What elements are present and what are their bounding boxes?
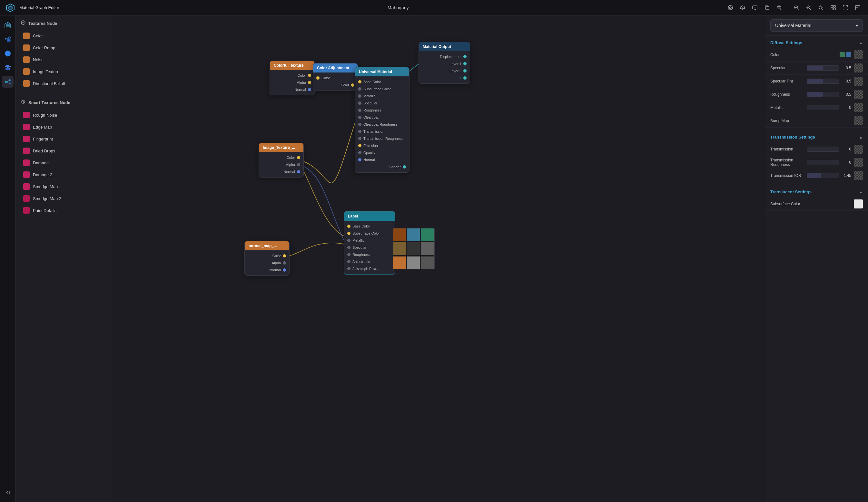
cloud-upload-icon[interactable] xyxy=(737,2,748,13)
ln-roughness-socket[interactable] xyxy=(347,253,351,256)
um-metallic-socket[interactable] xyxy=(358,94,361,98)
normal-map-node[interactable]: normal_map_... Color Alpha Normal xyxy=(245,241,290,276)
metallic-checker[interactable] xyxy=(854,103,863,112)
svg-rect-27 xyxy=(834,6,835,8)
smart-item-smudge[interactable]: Smudge Map xyxy=(18,181,109,192)
ca-color-in-socket[interactable] xyxy=(316,76,320,80)
um-roughness-socket[interactable] xyxy=(358,108,361,112)
metallic-slider[interactable] xyxy=(807,105,839,110)
fullscreen-icon[interactable] xyxy=(840,2,850,13)
smart-item-damage2[interactable]: Damage 2 xyxy=(18,169,109,180)
um-basecolor-socket[interactable] xyxy=(358,80,361,83)
diffuse-section-header[interactable]: Diffuse Settings ▲ xyxy=(765,36,868,48)
um-emission-socket[interactable] xyxy=(358,144,361,147)
subsurface-color-swatch[interactable] xyxy=(854,199,863,208)
ct-color-socket[interactable] xyxy=(308,74,311,77)
nm-normal-socket[interactable] xyxy=(283,269,286,272)
layer2-socket[interactable] xyxy=(463,69,467,73)
colorful-texture-node[interactable]: Colorful_texture Color Alpha Normal xyxy=(270,61,315,95)
smart-item-fingerprint[interactable]: Fingerprint xyxy=(18,133,109,145)
smart-item-rough-noise[interactable]: Rough Noise xyxy=(18,109,109,121)
canvas-area[interactable]: Material Output Displacement Layer 1 Lay… xyxy=(112,15,765,502)
specular-tint-slider[interactable] xyxy=(807,79,839,84)
ln-aniso-rot-socket[interactable] xyxy=(347,267,351,270)
ln-specular-in: Specular xyxy=(344,244,395,251)
um-clearcoat-rough-socket[interactable] xyxy=(358,123,361,126)
zoom-in-icon[interactable] xyxy=(791,2,802,13)
transmission-slider[interactable] xyxy=(807,147,839,152)
material-dropdown[interactable]: Universal Material ▾ xyxy=(770,19,863,32)
rail-icon-home[interactable] xyxy=(2,19,13,31)
smart-item-dried-drops[interactable]: Dried Drops xyxy=(18,145,109,157)
specular-slider[interactable] xyxy=(807,65,839,71)
it-normal-socket[interactable] xyxy=(297,170,300,173)
transmission-checker[interactable] xyxy=(854,145,863,154)
panel-icon[interactable] xyxy=(852,2,863,13)
ln-subsurface-socket[interactable] xyxy=(347,232,351,235)
it-alpha-socket[interactable] xyxy=(297,163,300,166)
ct-alpha-socket[interactable] xyxy=(308,81,311,84)
layer1-socket[interactable] xyxy=(463,62,467,65)
texture-item-falloff[interactable]: Directional Falloff xyxy=(18,78,109,89)
nm-color-socket[interactable] xyxy=(283,254,286,258)
rail-icon-collapse[interactable] xyxy=(2,487,13,498)
roughness-slider[interactable] xyxy=(807,92,839,97)
specular-checker[interactable] xyxy=(854,63,863,73)
smart-title: Smart Textures Node xyxy=(28,100,70,105)
trans-rough-checker[interactable] xyxy=(854,158,863,167)
rail-icon-wave[interactable] xyxy=(2,33,13,45)
grid-toggle-icon[interactable] xyxy=(828,2,838,13)
smart-item-edge-map[interactable]: Edge Map xyxy=(18,121,109,133)
trans-rough-slider[interactable] xyxy=(807,160,839,165)
texture-item-color[interactable]: Color xyxy=(18,30,109,42)
preview-cell-7 xyxy=(393,257,406,269)
ln-anisotropic-socket[interactable] xyxy=(347,260,351,263)
transmission-section-header[interactable]: Transmission Settings ▲ xyxy=(765,130,868,143)
ln-basecolor-socket[interactable] xyxy=(347,224,351,228)
add-socket[interactable] xyxy=(463,76,467,80)
texture-item-noise[interactable]: Noise xyxy=(18,54,109,65)
roughness-checker[interactable] xyxy=(854,90,863,99)
um-transmission-socket[interactable] xyxy=(358,130,361,133)
translucent-section-header[interactable]: Translucent Settings ▲ xyxy=(765,185,868,198)
trans-ior-checker[interactable] xyxy=(854,171,863,180)
rail-icon-sphere[interactable] xyxy=(2,48,13,59)
color-adjustment-node[interactable]: Color Adjustment Color Color xyxy=(313,63,358,91)
universal-material-node[interactable]: Universal Material Base Color Subsurface… xyxy=(355,67,410,173)
zoom-fit-icon[interactable] xyxy=(816,2,826,13)
material-output-node[interactable]: Material Output Displacement Layer 1 Lay… xyxy=(418,42,470,84)
image-texture-node[interactable]: Image_Texture_... Color Alpha Normal xyxy=(259,143,304,178)
um-subsurface-socket[interactable] xyxy=(358,87,361,91)
um-specular-socket[interactable] xyxy=(358,102,361,105)
smart-item-paint[interactable]: Paint Details xyxy=(18,205,109,216)
label-node[interactable]: Label Base Color Subsurface Color Metall… xyxy=(344,211,395,274)
texture-item-color-ramp[interactable]: Color Ramp xyxy=(18,42,109,53)
ln-metallic-socket[interactable] xyxy=(347,239,351,242)
um-trans-rough-socket[interactable] xyxy=(358,137,361,140)
texture-item-image[interactable]: Image Texture xyxy=(18,66,109,77)
ca-color-out-socket[interactable] xyxy=(351,83,354,87)
um-opacity-socket[interactable] xyxy=(358,151,361,154)
ln-specular-socket[interactable] xyxy=(347,246,351,249)
camera-icon[interactable] xyxy=(725,2,735,13)
it-color-socket[interactable] xyxy=(297,156,300,159)
smart-item-smudge2[interactable]: Smudge Map 2 xyxy=(18,193,109,204)
textures-icon xyxy=(21,20,26,27)
chat-icon[interactable] xyxy=(750,2,760,13)
smart-item-damage[interactable]: Damage xyxy=(18,157,109,168)
zoom-out-icon[interactable] xyxy=(804,2,814,13)
duplicate-icon[interactable] xyxy=(762,2,772,13)
um-shader-socket[interactable] xyxy=(403,165,406,168)
ct-normal-socket[interactable] xyxy=(308,88,311,91)
specular-tint-checker[interactable] xyxy=(854,77,863,86)
rail-icon-layers[interactable] xyxy=(2,62,13,73)
diffuse-color-checker[interactable] xyxy=(854,50,863,59)
nm-alpha-socket[interactable] xyxy=(283,261,286,264)
rail-icon-nodes[interactable] xyxy=(2,76,13,88)
um-clearcoat-socket[interactable] xyxy=(358,116,361,119)
trans-ior-slider[interactable] xyxy=(807,173,839,178)
bump-map-checker[interactable] xyxy=(854,116,863,125)
displacement-socket[interactable] xyxy=(463,55,467,58)
delete-icon[interactable] xyxy=(774,2,785,13)
um-normal-socket[interactable] xyxy=(358,158,361,161)
